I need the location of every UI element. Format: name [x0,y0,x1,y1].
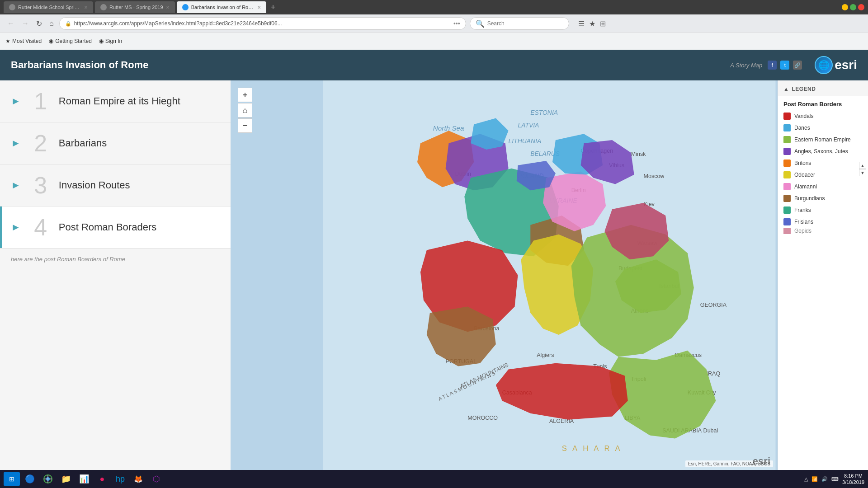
new-tab-button[interactable]: + [268,3,278,12]
clock-time: 8:16 PM [842,473,864,479]
tray-icon-3: 🔊 [821,476,828,482]
tab-2[interactable]: Rutter MS - Spring 2019 ✕ [95,1,175,13]
bookmark-most-visited-label: Most Visited [12,38,42,44]
sidebar-item-number-4: 4 [23,216,59,239]
start-button[interactable]: ⊞ [4,472,20,486]
legend-header: ▲ LEGEND [778,80,868,96]
extensions-icon[interactable]: ☰ [578,19,585,28]
svg-text:MOROCCO: MOROCCO [467,415,498,421]
tab-3-favicon [182,4,189,10]
bookmarks-bar: ★ Most Visited ◉ Getting Started ◉ Sign … [0,33,868,49]
legend-item-label-8: Franks [794,207,811,213]
taskbar-ie[interactable]: 🔵 [22,472,38,486]
taskbar-hp[interactable]: hp [112,472,128,486]
svg-text:S A H A R A: S A H A R A [562,444,622,453]
legend-scroll-down[interactable]: ▼ [859,169,866,176]
legend-scroll-up[interactable]: ▲ [859,162,866,169]
taskbar-app1[interactable]: ● [94,472,110,486]
svg-text:LITHUANIA: LITHUANIA [509,137,542,145]
bookmark-most-visited[interactable]: ★ Most Visited [5,38,42,44]
legend-item-label-3: Angles, Saxons, Jutes [794,148,848,155]
app-title: Barbarians Invasion of Rome [11,59,730,71]
sidebar-footer-text: here are the post Roman Boarders of Rome [11,256,125,263]
sidebar-arrow-icon-3: ► [11,179,21,191]
bookmark-user-icon: ◉ [99,38,104,44]
legend-color-5 [783,171,791,178]
taskbar-app2[interactable]: ⬡ [148,472,165,486]
svg-text:Dubai: Dubai [703,427,718,434]
sidebar-toggle-icon[interactable]: ⊞ [600,19,606,28]
map-svg: North Sea ESTONIA LATVIA LITHUANIA BELAR… [231,80,868,470]
tray-icon-1: △ [804,476,808,482]
legend-item-6: Alamanni [778,181,868,192]
main-content: ► 1 Roman Empire at its Hieght ► 2 Barba… [0,80,868,470]
svg-text:Moscow: Moscow [644,173,665,179]
sidebar-footer: here are the post Roman Boarders of Rome [0,249,231,270]
bookmark-icon[interactable]: ★ [589,19,595,28]
app-header: Barbarians Invasion of Rome A Story Map … [0,50,868,80]
legend-color-1 [783,124,791,131]
bookmark-getting-started-label: Getting Started [55,38,92,44]
sidebar-item-3[interactable]: ► 3 Invasion Routes [0,164,231,206]
sidebar-item-label-1: Roman Empire at its Hieght [59,95,180,107]
taskbar-excel[interactable]: 📊 [76,472,92,486]
search-input[interactable] [487,20,560,27]
maximize-button[interactable] [850,4,856,10]
bookmark-getting-started[interactable]: ◉ Getting Started [49,38,92,44]
taskbar-firefox[interactable]: 🦊 [130,472,146,486]
tab-2-close[interactable]: ✕ [166,5,170,10]
tab-1-label: Rutter Middle School Spring 2... [18,5,81,10]
zoom-out-button[interactable]: − [238,118,252,133]
legend-color-7 [783,195,791,202]
taskbar-chrome[interactable] [40,472,56,486]
back-button[interactable]: ← [5,18,16,29]
svg-text:LATVIA: LATVIA [518,122,539,129]
taskbar: ⊞ 🔵 📁 📊 ● hp 🦊 ⬡ △ 📶 🔊 ⌨ 8:16 PM 3/18/20… [0,470,868,488]
address-more-icon[interactable]: ••• [453,20,460,27]
home-button[interactable]: ⌂ [47,18,56,29]
facebook-icon[interactable]: f [768,61,777,70]
tab-3-label: Barbarians Invasion of Rome [191,5,255,10]
sidebar-item-2[interactable]: ► 2 Barbarians [0,122,231,164]
bookmark-sign-in[interactable]: ◉ Sign In [99,38,122,44]
window-controls [842,4,864,10]
esri-globe-icon: 🌐 [815,56,833,74]
legend-item-9: Frisians [778,216,868,228]
refresh-button[interactable]: ↻ [34,18,44,30]
minimize-button[interactable] [842,4,848,10]
sidebar-item-1[interactable]: ► 1 Roman Empire at its Hieght [0,80,231,122]
search-icon: 🔍 [476,19,485,28]
legend-item-3: Angles, Saxons, Jutes [778,145,868,157]
legend-color-3 [783,148,791,155]
link-icon[interactable]: 🔗 [793,61,802,70]
twitter-icon[interactable]: t [780,61,789,70]
forward-button[interactable]: → [20,18,31,29]
svg-text:Minsk: Minsk [631,151,646,157]
tray-icon-2: 📶 [811,476,818,482]
close-button[interactable] [858,4,864,10]
legend-item-4: Britons [778,157,868,169]
address-bar[interactable]: 🔒 https://www.arcgis.com/apps/MapSeries/… [59,17,466,30]
tab-3-close[interactable]: ✕ [257,5,261,10]
tab-3[interactable]: Barbarians Invasion of Rome ✕ [177,1,266,13]
legend-item-1: Danes [778,122,868,134]
sidebar: ► 1 Roman Empire at its Hieght ► 2 Barba… [0,80,231,470]
sidebar-item-4[interactable]: ► 4 Post Roman Boraders [0,206,231,249]
legend-item-5: Odoacer [778,169,868,181]
sidebar-item-label-4: Post Roman Boraders [59,221,156,233]
header-right: A Story Map f t 🔗 🌐 esri [730,56,857,74]
esri-logo: 🌐 esri [815,56,857,74]
map-area[interactable]: North Sea ESTONIA LATVIA LITHUANIA BELAR… [231,80,868,470]
taskbar-tray: △ 📶 🔊 ⌨ 8:16 PM 3/18/2019 [804,473,864,486]
browser-toolbar: ☰ ★ ⊞ [578,19,606,28]
tab-1-close[interactable]: ✕ [84,5,88,10]
taskbar-folder[interactable]: 📁 [58,472,74,486]
zoom-in-button[interactable]: + [238,88,252,102]
legend-color-4 [783,160,791,167]
chevron-up-icon: ▲ [783,86,789,92]
svg-text:IRAQ: IRAQ [707,371,721,377]
home-map-button[interactable]: ⌂ [238,103,252,117]
sidebar-item-label-3: Invasion Routes [59,179,130,191]
search-bar[interactable]: 🔍 [470,17,569,30]
tab-1[interactable]: Rutter Middle School Spring 2... ✕ [4,1,93,13]
